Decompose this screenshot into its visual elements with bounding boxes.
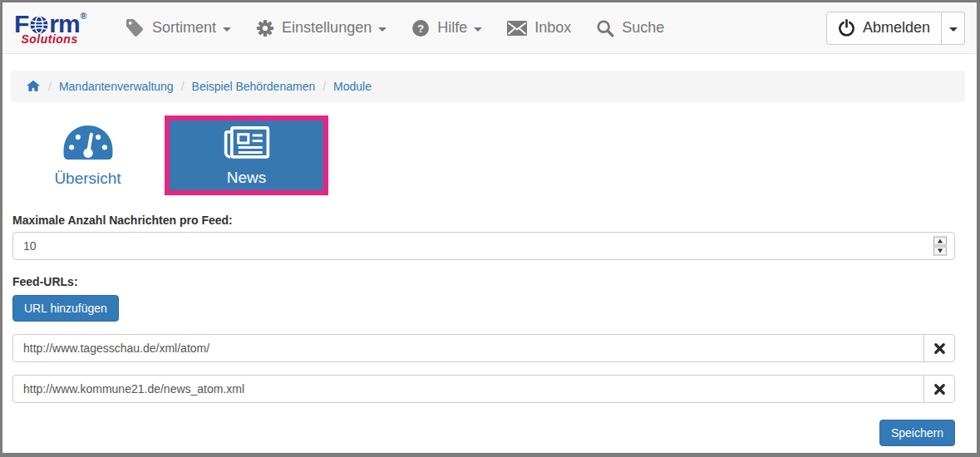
tab-uebersicht[interactable]: Übersicht bbox=[11, 115, 165, 195]
gear-icon bbox=[256, 19, 274, 37]
number-spinner bbox=[933, 237, 947, 256]
module-settings-form: Maximale Anzahl Nachrichten pro Feed: Fe… bbox=[2, 214, 977, 446]
annotation-highlight-box: News bbox=[165, 115, 328, 195]
home-icon bbox=[26, 79, 41, 94]
caret-down-icon bbox=[223, 27, 231, 32]
breadcrumb-separator: / bbox=[181, 80, 185, 93]
question-circle-icon: ? bbox=[411, 19, 430, 37]
breadcrumb-separator: / bbox=[323, 80, 326, 93]
nav-item-label: Suche bbox=[622, 19, 664, 37]
app-window: Frm® Solutions Sortiment Einstellungen ?… bbox=[0, 0, 980, 457]
logo-subtitle: Solutions bbox=[21, 33, 77, 45]
breadcrumb-beispiel-behoerdenamen[interactable]: Beispiel Behördenamen bbox=[192, 80, 316, 93]
nav-hilfe[interactable]: ? Hilfe bbox=[399, 2, 495, 54]
logout-button-group: Abmelden bbox=[826, 12, 965, 45]
nav-sortiment[interactable]: Sortiment bbox=[113, 2, 244, 54]
nav-suche[interactable]: Suche bbox=[584, 2, 677, 54]
nav-item-label: Einstellungen bbox=[282, 19, 372, 37]
feed-url-row bbox=[12, 375, 955, 403]
triangle-down-icon bbox=[938, 249, 943, 253]
triangle-up-icon bbox=[938, 239, 943, 243]
power-icon bbox=[838, 19, 855, 37]
save-row: Speichern bbox=[12, 420, 955, 446]
newspaper-icon bbox=[223, 125, 271, 161]
nav-einstellungen[interactable]: Einstellungen bbox=[244, 2, 399, 54]
logout-button[interactable]: Abmelden bbox=[826, 12, 942, 45]
nav-item-label: Hilfe bbox=[437, 19, 467, 37]
logout-dropdown-toggle[interactable] bbox=[942, 12, 965, 45]
spinner-up-button[interactable] bbox=[933, 237, 947, 246]
breadcrumb: / Mandantenverwaltung / Beispiel Behörde… bbox=[11, 71, 965, 102]
search-icon bbox=[596, 19, 614, 37]
max-messages-input[interactable] bbox=[12, 232, 955, 260]
registered-mark: ® bbox=[81, 12, 86, 21]
caret-down-icon bbox=[949, 27, 958, 32]
feed-urls-label: Feed-URLs: bbox=[12, 275, 955, 288]
save-button[interactable]: Speichern bbox=[879, 420, 955, 446]
max-messages-field-wrap bbox=[12, 232, 955, 260]
nav-inbox[interactable]: Inbox bbox=[495, 2, 584, 54]
remove-url-button[interactable] bbox=[923, 375, 955, 403]
feed-url-row bbox=[12, 334, 955, 362]
add-url-button[interactable]: URL hinzufügen bbox=[12, 295, 119, 322]
gauge-icon bbox=[62, 123, 115, 162]
feed-url-input[interactable] bbox=[12, 334, 924, 362]
envelope-icon bbox=[507, 21, 527, 36]
max-messages-label: Maximale Anzahl Nachrichten pro Feed: bbox=[12, 214, 955, 227]
form-solutions-logo[interactable]: Frm® Solutions bbox=[14, 12, 85, 45]
breadcrumb-separator: / bbox=[48, 80, 52, 93]
remove-url-button[interactable] bbox=[923, 334, 955, 362]
spinner-down-button[interactable] bbox=[933, 247, 947, 256]
tab-news[interactable]: News bbox=[170, 120, 323, 190]
breadcrumb-module[interactable]: Module bbox=[333, 80, 372, 93]
svg-text:?: ? bbox=[417, 22, 424, 34]
tab-label: Übersicht bbox=[54, 170, 121, 188]
tab-label: News bbox=[227, 169, 267, 187]
x-icon bbox=[933, 342, 946, 355]
caret-down-icon bbox=[378, 27, 387, 32]
breadcrumb-mandantenverwaltung[interactable]: Mandantenverwaltung bbox=[59, 80, 174, 93]
caret-down-icon bbox=[474, 27, 482, 32]
x-icon bbox=[933, 383, 946, 396]
tags-icon bbox=[126, 18, 145, 37]
top-navbar: Frm® Solutions Sortiment Einstellungen ?… bbox=[2, 2, 977, 54]
breadcrumb-home[interactable] bbox=[26, 79, 41, 94]
globe-icon bbox=[29, 15, 49, 35]
nav-item-label: Inbox bbox=[534, 19, 571, 37]
nav-item-label: Sortiment bbox=[152, 19, 216, 37]
feed-url-input[interactable] bbox=[12, 375, 924, 403]
module-tabs: Übersicht News bbox=[11, 115, 977, 195]
logout-label: Abmelden bbox=[863, 19, 930, 37]
